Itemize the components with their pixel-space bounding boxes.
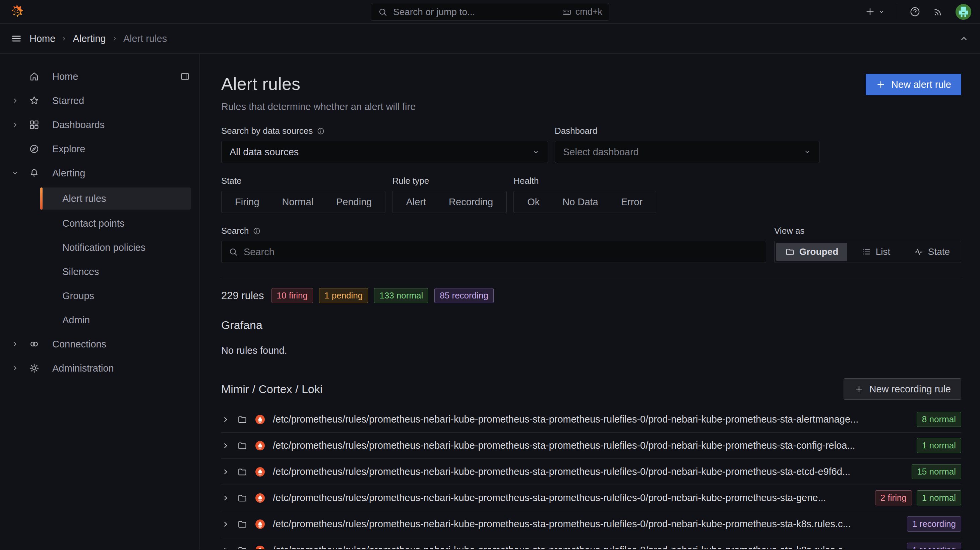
new-recording-rule-button[interactable]: New recording rule xyxy=(843,378,961,400)
chevron-right-icon[interactable] xyxy=(221,546,230,550)
rule-group-path[interactable]: /etc/prometheus/rules/prometheus-nebari-… xyxy=(273,518,851,529)
breadcrumb-home[interactable]: Home xyxy=(30,33,55,44)
sidebar-item-dashboards[interactable]: Dashboards xyxy=(0,113,199,137)
rule-type-option-alert[interactable]: Alert xyxy=(395,196,438,207)
health-option-error[interactable]: Error xyxy=(610,196,654,207)
sidebar-item-notification-policies[interactable]: Notification policies xyxy=(40,236,191,260)
rule-group-path[interactable]: /etc/prometheus/rules/prometheus-nebari-… xyxy=(273,414,858,425)
rules-search-field xyxy=(221,241,766,263)
topbar-actions xyxy=(865,4,971,20)
rule-group-row[interactable]: /etc/prometheus/rules/prometheus-nebari-… xyxy=(221,407,961,433)
view-as-grouped-button[interactable]: Grouped xyxy=(776,243,847,261)
chevron-right-icon[interactable] xyxy=(5,365,25,372)
rule-state-badge: 1 recording xyxy=(907,543,961,549)
sidebar-item-contact-points[interactable]: Contact points xyxy=(40,211,191,236)
rule-group-row[interactable]: /etc/prometheus/rules/prometheus-nebari-… xyxy=(221,433,961,459)
chevron-right-icon[interactable] xyxy=(221,442,230,450)
state-option-pending[interactable]: Pending xyxy=(325,196,383,207)
chevron-right-icon[interactable] xyxy=(221,467,230,476)
search-filter-label: Search xyxy=(221,226,249,236)
sidebar-item-groups[interactable]: Groups xyxy=(40,284,191,308)
alerting-subnav: Alert rules Contact points Notification … xyxy=(0,188,199,332)
sidebar-item-label: Alerting xyxy=(52,168,85,179)
sidebar-item-admin[interactable]: Admin xyxy=(40,308,191,332)
filters: Search by data sources All data sources xyxy=(221,126,961,263)
view-as-list-label: List xyxy=(876,247,891,257)
no-rules-found-text: No rules found. xyxy=(221,345,961,356)
view-as-list-button[interactable]: List xyxy=(849,243,903,261)
rule-group-row[interactable]: /etc/prometheus/rules/prometheus-nebari-… xyxy=(221,511,961,537)
plus-icon xyxy=(876,80,886,89)
dashboard-select-placeholder: Select dashboard xyxy=(563,147,804,158)
chevron-right-icon[interactable] xyxy=(221,494,230,502)
health-option-no-data[interactable]: No Data xyxy=(551,196,609,207)
folder-icon xyxy=(237,493,247,503)
rules-search-input[interactable] xyxy=(243,247,759,258)
plus-icon xyxy=(854,384,864,394)
prometheus-icon xyxy=(255,414,266,425)
folder-icon xyxy=(237,545,247,550)
dashboard-filter-label: Dashboard xyxy=(555,126,597,136)
chevron-right-icon[interactable] xyxy=(5,121,25,128)
sidebar-item-explore[interactable]: Explore xyxy=(0,137,199,161)
rule-type-option-recording[interactable]: Recording xyxy=(438,196,504,207)
rule-group-path[interactable]: /etc/prometheus/rules/prometheus-nebari-… xyxy=(273,492,826,504)
sidebar-item-label: Groups xyxy=(62,290,94,301)
sidebar-item-connections[interactable]: Connections xyxy=(0,332,199,356)
chevron-down-icon[interactable] xyxy=(5,169,25,177)
health-option-ok[interactable]: Ok xyxy=(516,196,551,207)
sidebar-item-home[interactable]: Home xyxy=(0,64,199,89)
view-as-state-button[interactable]: State xyxy=(905,243,959,261)
rule-group-row[interactable]: /etc/prometheus/rules/prometheus-nebari-… xyxy=(221,537,961,549)
sidebar-item-label: Silences xyxy=(62,266,99,277)
help-button[interactable] xyxy=(909,6,921,18)
breadcrumb-alerting[interactable]: Alerting xyxy=(73,33,106,44)
rule-group-path[interactable]: /etc/prometheus/rules/prometheus-nebari-… xyxy=(273,545,851,549)
rule-group-path[interactable]: /etc/prometheus/rules/prometheus-nebari-… xyxy=(273,466,850,477)
sidebar-item-label: Explore xyxy=(52,143,85,155)
add-menu-button[interactable] xyxy=(865,6,885,17)
bell-icon xyxy=(25,168,44,179)
link-icon xyxy=(25,339,44,349)
sidebar-item-alerting[interactable]: Alerting xyxy=(0,161,199,185)
rule-state-badge: 1 recording xyxy=(907,517,961,532)
grafana-section-title: Grafana xyxy=(221,319,961,332)
chevron-right-icon[interactable] xyxy=(5,340,25,348)
prometheus-icon xyxy=(255,519,266,529)
plus-icon xyxy=(865,6,875,17)
collapse-controls-button[interactable] xyxy=(959,33,969,44)
topbar-search[interactable]: Search or jump to... cmd+k xyxy=(371,3,609,21)
rule-state-badge: 8 normal xyxy=(916,412,961,427)
dashboard-select[interactable]: Select dashboard xyxy=(555,141,819,163)
sidebar-item-alert-rules[interactable]: Alert rules xyxy=(40,188,191,210)
top-bar: Search or jump to... cmd+k xyxy=(0,0,980,24)
state-option-firing[interactable]: Firing xyxy=(224,196,271,207)
chevron-right-icon[interactable] xyxy=(221,415,230,424)
user-avatar[interactable] xyxy=(956,4,971,20)
sidebar-item-silences[interactable]: Silences xyxy=(40,260,191,284)
sidebar-item-label: Notification policies xyxy=(62,242,145,253)
folder-icon xyxy=(237,519,247,529)
rule-group-row[interactable]: /etc/prometheus/rules/prometheus-nebari-… xyxy=(221,459,961,485)
sidebar-item-administration[interactable]: Administration xyxy=(0,356,199,380)
news-rss-button[interactable] xyxy=(933,6,943,17)
new-alert-rule-button[interactable]: New alert rule xyxy=(866,74,961,95)
rule-group-path[interactable]: /etc/prometheus/rules/prometheus-nebari-… xyxy=(273,440,855,451)
firing-count-badge: 10 firing xyxy=(272,288,313,303)
chevron-right-icon[interactable] xyxy=(221,520,230,529)
dock-sidebar-icon[interactable] xyxy=(180,72,190,81)
recording-count-badge: 85 recording xyxy=(434,288,494,303)
list-icon xyxy=(862,247,871,257)
view-as-grouped-label: Grouped xyxy=(799,247,838,257)
rule-type-filter-group: Alert Recording xyxy=(392,191,507,213)
page-header: Alert rules Rules that determine whether… xyxy=(221,69,961,112)
datasource-select[interactable]: All data sources xyxy=(221,141,548,163)
grafana-logo[interactable] xyxy=(9,4,25,20)
shortcut-label: cmd+k xyxy=(576,7,602,17)
state-option-normal[interactable]: Normal xyxy=(271,196,325,207)
chevron-right-icon[interactable] xyxy=(5,97,25,104)
sidebar-item-starred[interactable]: Starred xyxy=(0,89,199,113)
mega-menu-toggle[interactable] xyxy=(11,33,22,44)
rule-group-row[interactable]: /etc/prometheus/rules/prometheus-nebari-… xyxy=(221,485,961,511)
search-icon xyxy=(378,7,388,17)
